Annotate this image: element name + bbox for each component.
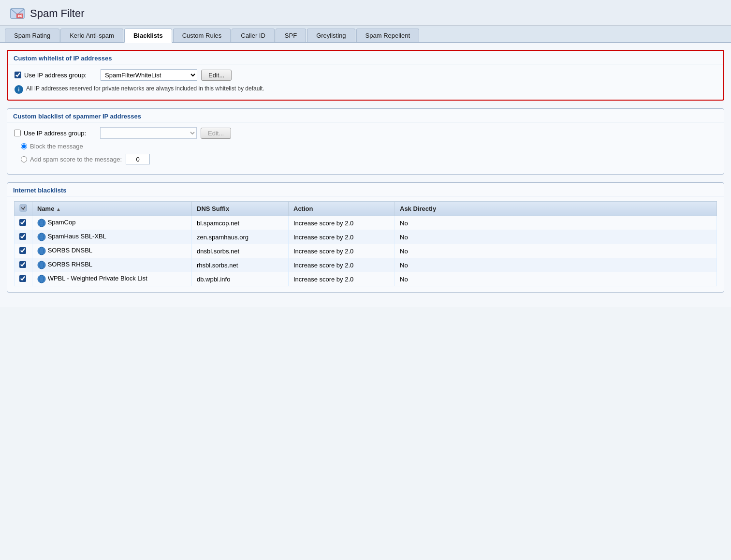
row-checkbox-1[interactable] bbox=[19, 233, 26, 240]
blacklist-score-input[interactable]: 0 bbox=[126, 154, 150, 164]
blacklist-radio-block-row: Block the message bbox=[21, 143, 717, 150]
blacklist-content: Use IP address group: Edit... Block the … bbox=[7, 122, 724, 174]
whitelist-dropdown-wrapper: SpamFilterWhiteList bbox=[101, 69, 197, 81]
whitelist-info-text: All IP addresses reserved for private ne… bbox=[26, 85, 264, 93]
tabs-bar: Spam Rating Kerio Anti-spam Blacklists C… bbox=[0, 26, 731, 43]
info-icon: i bbox=[15, 85, 23, 94]
row-checkbox-2[interactable] bbox=[19, 247, 26, 254]
row-checkbox-4[interactable] bbox=[19, 275, 26, 282]
row-name-4: WPBL - Weighted Private Block List bbox=[48, 275, 147, 282]
row-name-1: SpamHaus SBL-XBL bbox=[48, 233, 106, 240]
blacklist-radio-block-label[interactable]: Block the message bbox=[21, 143, 83, 150]
blacklist-radio-score-label[interactable]: Add spam score to the message: bbox=[21, 156, 122, 163]
table-header-row: Name ▲ DNS Suffix Action Ask Directly bbox=[15, 202, 717, 216]
whitelist-edit-button[interactable]: Edit... bbox=[201, 70, 232, 81]
th-dns[interactable]: DNS Suffix bbox=[192, 202, 289, 216]
whitelist-checkbox[interactable] bbox=[15, 72, 21, 78]
blacklist-radio-block[interactable] bbox=[21, 143, 27, 149]
row-name-cell-3: SORBS RHSBL bbox=[32, 258, 192, 272]
table-row: WPBL - Weighted Private Block List db.wp… bbox=[15, 272, 717, 286]
globe-icon-3 bbox=[37, 261, 46, 269]
row-ask-3: No bbox=[395, 258, 717, 272]
th-ask-label: Ask Directly bbox=[400, 205, 436, 212]
app-window: Spam Filter Spam Rating Kerio Anti-spam … bbox=[0, 0, 731, 560]
th-ask[interactable]: Ask Directly bbox=[395, 202, 717, 216]
tab-spam-rating[interactable]: Spam Rating bbox=[5, 29, 59, 42]
tab-spf[interactable]: SPF bbox=[276, 29, 306, 42]
content-area: Custom whitelist of IP addresses Use IP … bbox=[0, 43, 731, 307]
globe-icon-1 bbox=[37, 233, 46, 241]
th-action[interactable]: Action bbox=[289, 202, 395, 216]
globe-icon-2 bbox=[37, 247, 46, 255]
whitelist-content: Use IP address group: SpamFilterWhiteLis… bbox=[8, 64, 723, 100]
whitelist-info-row: i All IP addresses reserved for private … bbox=[15, 85, 716, 94]
row-ask-0: No bbox=[395, 216, 717, 230]
blacklist-checkbox-text: Use IP address group: bbox=[24, 130, 86, 137]
globe-icon-4 bbox=[37, 275, 46, 283]
blacklist-table-body: SpamCop bl.spamcop.net Increase score by… bbox=[15, 216, 717, 286]
spam-filter-icon bbox=[10, 7, 25, 20]
row-name-cell-1: SpamHaus SBL-XBL bbox=[32, 230, 192, 244]
whitelist-title: Custom whitelist of IP addresses bbox=[8, 51, 723, 64]
row-name-2: SORBS DNSBL bbox=[48, 247, 92, 254]
row-dns-2: dnsbl.sorbs.net bbox=[192, 244, 289, 258]
table-row: SORBS RHSBL rhsbl.sorbs.net Increase sco… bbox=[15, 258, 717, 272]
row-action-4: Increase score by 2.0 bbox=[289, 272, 395, 286]
blacklist-dropdown[interactable] bbox=[100, 127, 197, 139]
row-action-2: Increase score by 2.0 bbox=[289, 244, 395, 258]
row-checkbox-3[interactable] bbox=[19, 261, 26, 268]
tab-caller-id[interactable]: Caller ID bbox=[232, 29, 275, 42]
row-name-3: SORBS RHSBL bbox=[48, 261, 92, 268]
blacklist-checkbox-label[interactable]: Use IP address group: bbox=[14, 130, 96, 137]
row-checkbox-0[interactable] bbox=[19, 219, 26, 226]
whitelist-row: Use IP address group: SpamFilterWhiteLis… bbox=[15, 69, 716, 81]
whitelist-checkbox-text: Use IP address group: bbox=[24, 72, 87, 79]
page-title: Spam Filter bbox=[30, 7, 84, 20]
internet-blacklists-content: Name ▲ DNS Suffix Action Ask Directly bbox=[7, 196, 724, 292]
table-row: SpamCop bl.spamcop.net Increase score by… bbox=[15, 216, 717, 230]
blacklist-title: Custom blacklist of spammer IP addresses bbox=[7, 109, 724, 122]
whitelist-dropdown[interactable]: SpamFilterWhiteList bbox=[101, 69, 197, 81]
internet-blacklists-section: Internet blacklists Name bbox=[7, 182, 724, 293]
tab-kerio-anti-spam[interactable]: Kerio Anti-spam bbox=[60, 29, 123, 42]
row-checkbox-cell bbox=[15, 272, 32, 286]
blacklist-radio-block-text: Block the message bbox=[30, 143, 83, 150]
table-row: SORBS DNSBL dnsbl.sorbs.net Increase sco… bbox=[15, 244, 717, 258]
row-checkbox-cell bbox=[15, 216, 32, 230]
row-action-1: Increase score by 2.0 bbox=[289, 230, 395, 244]
whitelist-section: Custom whitelist of IP addresses Use IP … bbox=[7, 50, 724, 101]
title-bar: Spam Filter bbox=[0, 0, 731, 26]
blacklist-radio-score[interactable] bbox=[21, 156, 27, 162]
internet-blacklists-title: Internet blacklists bbox=[7, 183, 724, 196]
blacklist-radio-score-text: Add spam score to the message: bbox=[30, 156, 122, 163]
th-action-label: Action bbox=[293, 205, 313, 212]
blacklist-row: Use IP address group: Edit... bbox=[14, 127, 717, 139]
row-name-0: SpamCop bbox=[48, 219, 76, 226]
th-sort-icon bbox=[19, 204, 27, 212]
row-checkbox-cell bbox=[15, 230, 32, 244]
row-action-3: Increase score by 2.0 bbox=[289, 258, 395, 272]
blacklist-edit-button[interactable]: Edit... bbox=[201, 128, 231, 139]
table-row: SpamHaus SBL-XBL zen.spamhaus.org Increa… bbox=[15, 230, 717, 244]
row-ask-1: No bbox=[395, 230, 717, 244]
row-name-cell-4: WPBL - Weighted Private Block List bbox=[32, 272, 192, 286]
tab-greylisting[interactable]: Greylisting bbox=[307, 29, 355, 42]
blacklist-section: Custom blacklist of spammer IP addresses… bbox=[7, 108, 724, 175]
row-dns-0: bl.spamcop.net bbox=[192, 216, 289, 230]
th-name-label: Name bbox=[37, 205, 54, 212]
tab-custom-rules[interactable]: Custom Rules bbox=[173, 29, 231, 42]
th-dns-label: DNS Suffix bbox=[197, 205, 229, 212]
tab-blacklists[interactable]: Blacklists bbox=[124, 29, 172, 43]
row-checkbox-cell bbox=[15, 258, 32, 272]
tab-spam-repellent[interactable]: Spam Repellent bbox=[356, 29, 420, 42]
blacklist-checkbox[interactable] bbox=[14, 130, 21, 136]
row-ask-2: No bbox=[395, 244, 717, 258]
row-dns-1: zen.spamhaus.org bbox=[192, 230, 289, 244]
whitelist-checkbox-label[interactable]: Use IP address group: bbox=[15, 72, 97, 79]
th-name-sort-arrow: ▲ bbox=[56, 206, 61, 212]
row-name-cell-2: SORBS DNSBL bbox=[32, 244, 192, 258]
blacklist-dropdown-wrapper bbox=[100, 127, 197, 139]
row-dns-3: rhsbl.sorbs.net bbox=[192, 258, 289, 272]
globe-icon-0 bbox=[37, 219, 46, 227]
th-name[interactable]: Name ▲ bbox=[32, 202, 192, 216]
